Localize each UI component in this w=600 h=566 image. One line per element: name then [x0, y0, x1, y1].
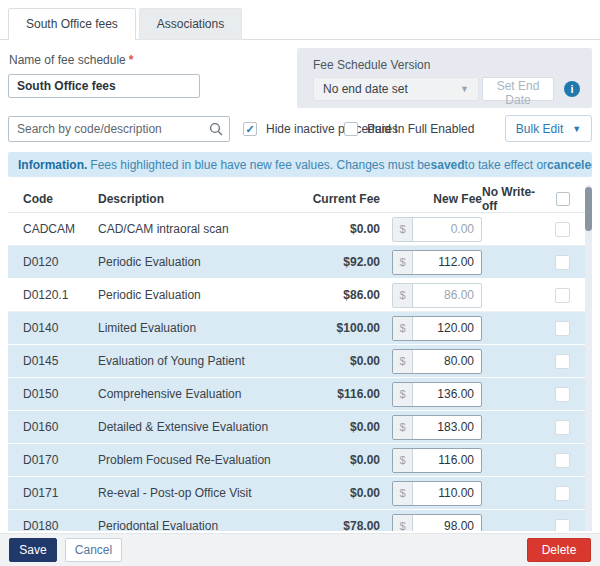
- table-header-row: Code Description Current Fee New Fee No …: [8, 185, 592, 213]
- currency-prefix: $: [393, 482, 413, 505]
- no-writeoff-checkbox[interactable]: [555, 321, 570, 336]
- tab-label: South Office fees: [26, 17, 118, 31]
- chevron-down-icon: ▼: [460, 84, 469, 94]
- procedure-description: Limited Evaluation: [98, 321, 295, 335]
- procedure-code: D0140: [8, 321, 98, 335]
- paid-in-full-toggle[interactable]: Paid In Full Enabled: [344, 122, 474, 136]
- currency-prefix: $: [393, 416, 413, 439]
- currency-prefix: $: [393, 449, 413, 472]
- fee-schedule-version-label: Fee Schedule Version: [313, 58, 430, 72]
- header-code: Code: [8, 192, 98, 206]
- table-row: D0180 Periodontal Evaluation $78.00 $: [8, 510, 592, 531]
- table-scrollbar[interactable]: [585, 185, 592, 531]
- header-current-fee: Current Fee: [295, 192, 380, 206]
- action-footer: Save Cancel Delete: [0, 533, 600, 566]
- new-fee-field: $: [392, 481, 482, 506]
- current-fee-value: $0.00: [295, 453, 380, 467]
- name-of-fee-schedule-label: Name of fee schedule*: [9, 53, 133, 67]
- search-icon: [209, 122, 223, 136]
- tab-bar: South Office fees Associations: [0, 8, 600, 40]
- scrollbar-thumb[interactable]: [585, 187, 592, 231]
- no-writeoff-checkbox[interactable]: [555, 354, 570, 369]
- currency-prefix: $: [393, 350, 413, 373]
- fee-schedule-name-input[interactable]: [8, 74, 200, 98]
- header-description: Description: [98, 192, 295, 206]
- new-fee-input[interactable]: [413, 482, 481, 505]
- version-dropdown[interactable]: No end date set ▼: [313, 77, 479, 101]
- new-fee-input[interactable]: [413, 284, 481, 307]
- search-field: [8, 116, 230, 142]
- procedure-code: CADCAM: [8, 222, 98, 236]
- currency-prefix: $: [393, 218, 413, 241]
- procedure-code: D0150: [8, 387, 98, 401]
- new-fee-input[interactable]: [413, 449, 481, 472]
- new-fee-field: $: [392, 349, 482, 374]
- chevron-down-icon: ▼: [572, 124, 581, 134]
- currency-prefix: $: [393, 317, 413, 340]
- no-writeoff-checkbox[interactable]: [555, 453, 570, 468]
- banner-title: Information.: [18, 158, 87, 172]
- currency-prefix: $: [393, 383, 413, 406]
- paid-in-full-checkbox[interactable]: [344, 122, 358, 136]
- no-writeoff-checkbox[interactable]: [555, 486, 570, 501]
- tab-label: Associations: [157, 17, 224, 31]
- tab-associations[interactable]: Associations: [139, 8, 242, 40]
- no-writeoff-checkbox[interactable]: [555, 519, 570, 532]
- procedure-code: D0160: [8, 420, 98, 434]
- delete-button[interactable]: Delete: [527, 538, 591, 562]
- new-fee-input[interactable]: [413, 350, 481, 373]
- new-fee-field: $: [392, 448, 482, 473]
- new-fee-input[interactable]: [413, 416, 481, 439]
- procedure-description: CAD/CAM intraoral scan: [98, 222, 295, 236]
- current-fee-value: $92.00: [295, 255, 380, 269]
- new-fee-input[interactable]: [413, 515, 481, 532]
- info-icon[interactable]: i: [564, 81, 580, 97]
- bulk-edit-button[interactable]: Bulk Edit ▼: [505, 115, 592, 142]
- required-asterisk: *: [129, 53, 134, 67]
- procedure-code: D0171: [8, 486, 98, 500]
- fee-schedule-page: South Office fees Associations Name of f…: [0, 0, 600, 566]
- current-fee-value: $78.00: [295, 519, 380, 531]
- new-fee-field: $: [392, 283, 482, 308]
- procedure-description: Re-eval - Post-op Office Visit: [98, 486, 295, 500]
- new-fee-input[interactable]: [413, 251, 481, 274]
- table-row: D0160 Detailed & Extensive Evaluation $0…: [8, 411, 592, 444]
- no-writeoff-checkbox[interactable]: [555, 222, 570, 237]
- table-row: D0170 Problem Focused Re-Evaluation $0.0…: [8, 444, 592, 477]
- hide-inactive-checkbox[interactable]: [243, 122, 257, 136]
- procedure-code: D0120: [8, 255, 98, 269]
- current-fee-value: $0.00: [295, 222, 380, 236]
- new-fee-input[interactable]: [413, 218, 481, 241]
- procedure-description: Comprehensive Evaluation: [98, 387, 295, 401]
- version-dropdown-value: No end date set: [323, 82, 408, 96]
- procedure-code: D0170: [8, 453, 98, 467]
- table-row: D0150 Comprehensive Evaluation $116.00 $: [8, 378, 592, 411]
- no-writeoff-checkbox[interactable]: [555, 288, 570, 303]
- set-end-date-button[interactable]: Set End Date: [482, 77, 554, 101]
- currency-prefix: $: [393, 284, 413, 307]
- header-no-writeoff: No Write-off: [482, 185, 549, 213]
- search-input[interactable]: [8, 116, 230, 142]
- no-writeoff-checkbox[interactable]: [555, 420, 570, 435]
- new-fee-input[interactable]: [413, 383, 481, 406]
- fee-schedule-version-panel: Fee Schedule Version No end date set ▼ S…: [297, 48, 592, 108]
- new-fee-field: $: [392, 514, 482, 532]
- current-fee-value: $86.00: [295, 288, 380, 302]
- table-row: D0140 Limited Evaluation $100.00 $: [8, 312, 592, 345]
- select-all-no-writeoff-checkbox[interactable]: [556, 192, 570, 206]
- tab-south-office-fees[interactable]: South Office fees: [8, 8, 136, 40]
- new-fee-input[interactable]: [413, 317, 481, 340]
- currency-prefix: $: [393, 251, 413, 274]
- procedure-code: D0180: [8, 519, 98, 531]
- current-fee-value: $0.00: [295, 420, 380, 434]
- procedure-description: Problem Focused Re-Evaluation: [98, 453, 295, 467]
- no-writeoff-checkbox[interactable]: [555, 387, 570, 402]
- paid-in-full-label: Paid In Full Enabled: [367, 122, 474, 136]
- save-button[interactable]: Save: [9, 538, 57, 562]
- procedure-description: Periodontal Evaluation: [98, 519, 295, 531]
- table-row: D0120.1 Periodic Evaluation $86.00 $: [8, 279, 592, 312]
- no-writeoff-checkbox[interactable]: [555, 255, 570, 270]
- cancel-button[interactable]: Cancel: [65, 538, 122, 562]
- new-fee-field: $: [392, 415, 482, 440]
- table-row: CADCAM CAD/CAM intraoral scan $0.00 $: [8, 213, 592, 246]
